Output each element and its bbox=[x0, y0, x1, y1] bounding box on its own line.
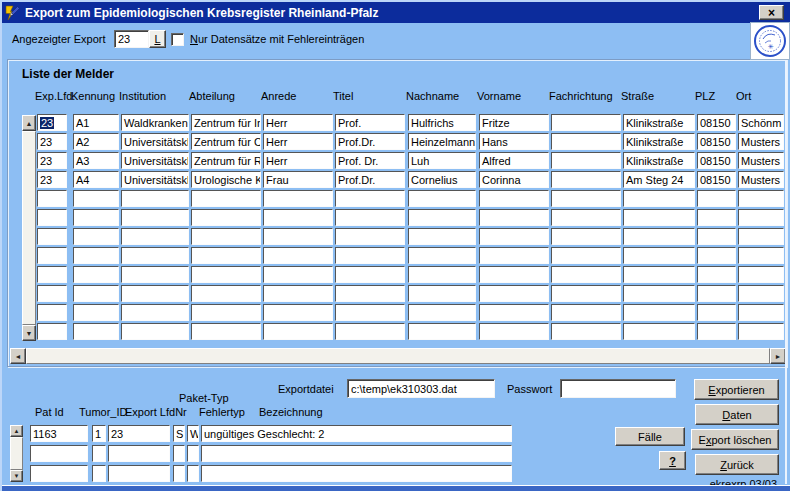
grid-cell[interactable] bbox=[479, 247, 549, 264]
fehler-cell[interactable] bbox=[108, 445, 170, 462]
grid-cell[interactable]: Cornelius bbox=[408, 171, 476, 188]
exportdatei-input[interactable] bbox=[347, 379, 495, 398]
grid-cell[interactable] bbox=[697, 190, 736, 207]
fehler-cell[interactable] bbox=[30, 465, 88, 482]
grid-cell[interactable] bbox=[479, 304, 549, 321]
melder-vertical-scrollbar[interactable]: ▲ ▼ bbox=[22, 115, 36, 341]
grid-cell[interactable] bbox=[37, 228, 67, 245]
grid-cell[interactable] bbox=[121, 285, 189, 302]
grid-cell[interactable]: Musters bbox=[738, 133, 784, 150]
grid-cell[interactable] bbox=[263, 247, 333, 264]
column-header[interactable]: Institution bbox=[119, 90, 189, 102]
grid-cell[interactable] bbox=[738, 304, 784, 321]
grid-cell[interactable]: Zentrum für C bbox=[191, 133, 261, 150]
column-header[interactable]: Exp.Lfd. bbox=[35, 90, 71, 102]
grid-cell[interactable]: Zentrum für R bbox=[191, 152, 261, 169]
grid-cell[interactable]: Universitätskli bbox=[121, 133, 189, 150]
grid-cell[interactable] bbox=[121, 266, 189, 283]
grid-cell[interactable] bbox=[263, 228, 333, 245]
grid-cell[interactable] bbox=[191, 228, 261, 245]
grid-cell[interactable]: Herr bbox=[263, 152, 333, 169]
grid-cell[interactable] bbox=[623, 209, 695, 226]
grid-cell[interactable]: Urologische K bbox=[191, 171, 261, 188]
grid-cell[interactable] bbox=[335, 304, 405, 321]
grid-cell[interactable]: Musters bbox=[738, 171, 784, 188]
grid-cell[interactable] bbox=[37, 247, 67, 264]
fehler-cell[interactable] bbox=[92, 445, 106, 462]
grid-cell[interactable]: Zentrum für Ir bbox=[191, 114, 261, 131]
grid-cell[interactable] bbox=[73, 209, 119, 226]
grid-cell[interactable]: Am Steg 24 bbox=[623, 171, 695, 188]
column-header[interactable]: Kennung bbox=[71, 90, 119, 102]
grid-cell[interactable] bbox=[623, 190, 695, 207]
grid-cell[interactable] bbox=[121, 247, 189, 264]
grid-cell[interactable] bbox=[335, 209, 405, 226]
grid-cell[interactable] bbox=[551, 209, 621, 226]
grid-cell[interactable] bbox=[551, 190, 621, 207]
grid-cell[interactable] bbox=[191, 304, 261, 321]
grid-cell[interactable]: Prof. bbox=[335, 114, 405, 131]
grid-cell[interactable]: Prof. Dr. bbox=[335, 152, 405, 169]
grid-cell[interactable]: 23 bbox=[37, 171, 67, 188]
grid-cell[interactable] bbox=[697, 266, 736, 283]
grid-cell[interactable] bbox=[121, 323, 189, 340]
fehler-cell[interactable] bbox=[92, 465, 106, 482]
export-number-input[interactable] bbox=[114, 30, 149, 48]
grid-cell[interactable] bbox=[263, 209, 333, 226]
grid-cell[interactable] bbox=[479, 209, 549, 226]
help-button[interactable]: ? bbox=[659, 451, 686, 470]
grid-cell[interactable] bbox=[697, 304, 736, 321]
grid-cell[interactable] bbox=[263, 323, 333, 340]
grid-cell[interactable]: Heinzelmann bbox=[408, 133, 476, 150]
fehler-scroll-up-button[interactable]: ▲ bbox=[10, 425, 23, 437]
grid-cell[interactable]: Herr bbox=[263, 114, 333, 131]
grid-cell[interactable] bbox=[408, 228, 476, 245]
grid-cell[interactable] bbox=[335, 323, 405, 340]
grid-cell[interactable] bbox=[191, 266, 261, 283]
grid-cell[interactable]: Prof.Dr. bbox=[335, 171, 405, 188]
lookup-button[interactable]: L bbox=[149, 30, 166, 48]
grid-cell[interactable] bbox=[408, 266, 476, 283]
grid-cell[interactable] bbox=[121, 209, 189, 226]
export-loeschen-button[interactable]: Export löschen bbox=[691, 429, 779, 450]
grid-cell[interactable] bbox=[335, 285, 405, 302]
grid-cell[interactable] bbox=[623, 266, 695, 283]
grid-cell[interactable]: Frau bbox=[263, 171, 333, 188]
grid-cell[interactable] bbox=[121, 190, 189, 207]
scroll-down-button[interactable]: ▼ bbox=[22, 325, 36, 341]
fehler-cell[interactable]: S bbox=[173, 425, 185, 442]
grid-cell[interactable]: 08150 bbox=[697, 171, 736, 188]
grid-cell[interactable] bbox=[335, 247, 405, 264]
close-button[interactable]: × bbox=[759, 5, 784, 20]
zurueck-button[interactable]: Zurück bbox=[695, 454, 779, 475]
grid-cell[interactable]: 08150 bbox=[697, 133, 736, 150]
grid-cell[interactable] bbox=[37, 304, 67, 321]
grid-cell[interactable] bbox=[697, 247, 736, 264]
grid-cell[interactable] bbox=[408, 209, 476, 226]
fehler-cell[interactable] bbox=[201, 445, 512, 462]
grid-cell[interactable] bbox=[37, 190, 67, 207]
grid-cell[interactable] bbox=[479, 266, 549, 283]
grid-cell[interactable] bbox=[73, 228, 119, 245]
grid-cell[interactable] bbox=[335, 228, 405, 245]
grid-cell[interactable] bbox=[551, 114, 621, 131]
grid-cell[interactable]: 23 bbox=[37, 152, 67, 169]
grid-cell[interactable] bbox=[697, 209, 736, 226]
grid-cell[interactable] bbox=[479, 228, 549, 245]
error-filter-checkbox[interactable] bbox=[171, 33, 184, 46]
grid-cell[interactable] bbox=[408, 285, 476, 302]
grid-cell[interactable] bbox=[408, 304, 476, 321]
column-header[interactable]: Abteilung bbox=[189, 90, 261, 102]
grid-cell[interactable] bbox=[335, 266, 405, 283]
grid-cell[interactable]: Prof.Dr. bbox=[335, 133, 405, 150]
column-header[interactable]: Titel bbox=[333, 90, 406, 102]
fehler-cell[interactable] bbox=[30, 445, 88, 462]
grid-cell[interactable] bbox=[37, 266, 67, 283]
grid-cell[interactable] bbox=[73, 266, 119, 283]
fehler-cell[interactable]: 1 bbox=[92, 425, 106, 442]
fehler-cell[interactable] bbox=[187, 445, 199, 462]
grid-cell[interactable]: Klinikstraße bbox=[623, 133, 695, 150]
grid-cell[interactable] bbox=[623, 285, 695, 302]
grid-cell[interactable] bbox=[37, 323, 67, 340]
fehler-scroll-down-button[interactable]: ▼ bbox=[10, 470, 23, 482]
